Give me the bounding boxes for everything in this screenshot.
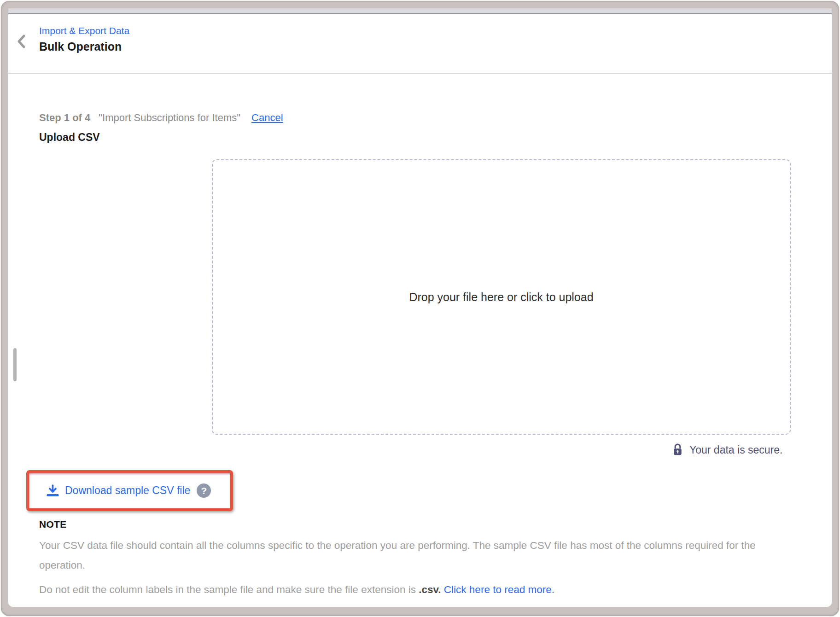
data-secure-row: Your data is secure.	[671, 442, 782, 458]
page-content: Import & Export Data Bulk Operation Step…	[8, 14, 832, 607]
header-divider	[8, 73, 832, 74]
back-button[interactable]	[16, 34, 28, 49]
csv-extension-text: .csv.	[419, 584, 441, 595]
secure-text: Your data is secure.	[689, 444, 782, 456]
download-sample-csv-link[interactable]: Download sample CSV file	[46, 484, 190, 498]
window-titlebar-edge	[8, 8, 832, 14]
step-indicator: Step 1 of 4	[39, 112, 90, 124]
file-dropzone[interactable]: Drop your file here or click to upload	[212, 159, 791, 435]
step-row: Step 1 of 4 "Import Subscriptions for It…	[39, 112, 283, 124]
note-paragraph-2-prefix: Do not edit the column labels in the sam…	[39, 584, 419, 595]
operation-name: "Import Subscriptions for Items"	[99, 112, 240, 124]
scrollbar-thumb[interactable]	[13, 348, 17, 381]
page-title: Bulk Operation	[39, 40, 122, 53]
app-window: Import & Export Data Bulk Operation Step…	[1, 1, 839, 616]
chevron-left-icon	[16, 34, 28, 49]
breadcrumb-import-export[interactable]: Import & Export Data	[39, 25, 129, 36]
cancel-link[interactable]: Cancel	[251, 112, 283, 124]
download-icon	[46, 484, 60, 498]
annotation-highlight-box: Download sample CSV file ?	[26, 470, 233, 511]
download-label: Download sample CSV file	[65, 484, 190, 497]
lock-icon	[671, 443, 684, 457]
dropzone-text: Drop your file here or click to upload	[409, 291, 593, 304]
upload-csv-heading: Upload CSV	[39, 131, 100, 144]
note-paragraph-1: Your CSV data file should contain all th…	[39, 536, 771, 575]
help-icon[interactable]: ?	[197, 483, 211, 498]
read-more-link[interactable]: Click here to read more.	[444, 584, 554, 595]
note-paragraph-2: Do not edit the column labels in the sam…	[39, 582, 804, 598]
note-heading: NOTE	[39, 519, 67, 530]
